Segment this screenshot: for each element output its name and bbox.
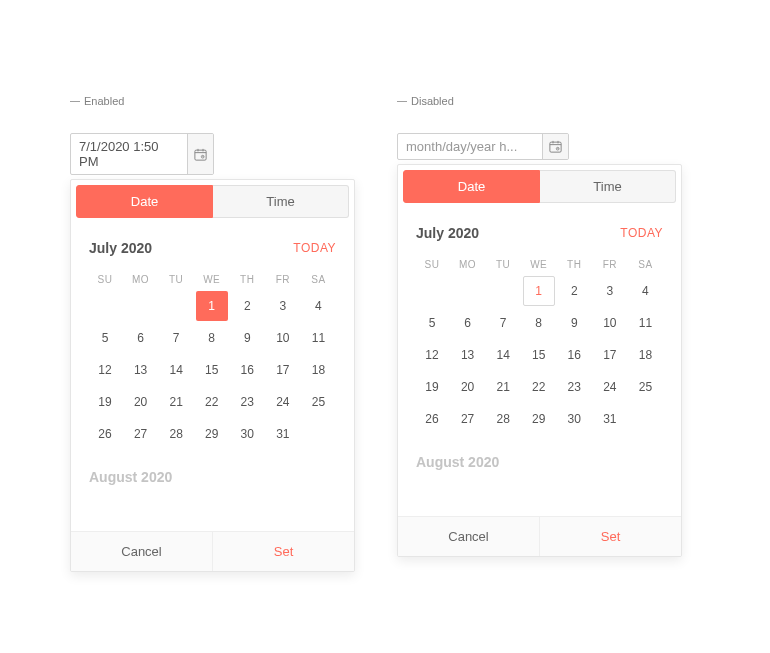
popup-footer: Cancel Set	[398, 516, 681, 556]
day-cell[interactable]: 17	[267, 355, 299, 385]
day-cell[interactable]: 28	[160, 419, 192, 449]
tab-time[interactable]: Time	[540, 170, 676, 203]
day-cell[interactable]: 12	[416, 340, 448, 370]
weekday-label: TU	[487, 255, 519, 274]
day-cell[interactable]: 4	[302, 291, 334, 321]
day-cell[interactable]: 22	[523, 372, 555, 402]
today-link[interactable]: TODAY	[293, 241, 336, 255]
tab-date[interactable]: Date	[403, 170, 540, 203]
cancel-button[interactable]: Cancel	[398, 517, 540, 556]
day-cell[interactable]: 8	[523, 308, 555, 338]
day-cell[interactable]: 11	[629, 308, 661, 338]
month-block: July 2020 TODAY SU MO TU WE TH FR SA 1 2…	[71, 218, 354, 449]
day-cell[interactable]: 23	[558, 372, 590, 402]
day-cell[interactable]: 15	[196, 355, 228, 385]
today-link[interactable]: TODAY	[620, 226, 663, 240]
day-cell[interactable]: 19	[89, 387, 121, 417]
day-cell[interactable]: 16	[231, 355, 263, 385]
weekday-label: SU	[416, 255, 448, 274]
day-cell[interactable]: 18	[629, 340, 661, 370]
day-cell[interactable]: 30	[231, 419, 263, 449]
calendar-icon	[548, 139, 563, 154]
day-cell[interactable]: 17	[594, 340, 626, 370]
day-cell[interactable]: 2	[558, 276, 590, 306]
datepicker-enabled: 7/1/2020 1:50 PM Date Time July 2020 TOD…	[70, 133, 355, 572]
day-cell[interactable]: 13	[452, 340, 484, 370]
day-cell[interactable]: 21	[160, 387, 192, 417]
day-cell[interactable]: 18	[302, 355, 334, 385]
calendar-toggle-button	[542, 134, 568, 159]
day-cell[interactable]: 26	[89, 419, 121, 449]
datetime-input-placeholder: month/day/year h...	[398, 134, 542, 159]
day-cell[interactable]: 6	[125, 323, 157, 353]
day-cell[interactable]: 3	[267, 291, 299, 321]
tab-time[interactable]: Time	[213, 185, 349, 218]
day-cell[interactable]: 16	[558, 340, 590, 370]
day-cell[interactable]: 20	[452, 372, 484, 402]
day-cell[interactable]: 2	[231, 291, 263, 321]
day-cell[interactable]: 3	[594, 276, 626, 306]
day-cell[interactable]: 23	[231, 387, 263, 417]
day-cell[interactable]: 14	[160, 355, 192, 385]
day-cell[interactable]: 31	[594, 404, 626, 434]
days-grid: 1 2 3 4 5 6 7 8 9 10 11 12 13 14 15 16 1…	[416, 276, 663, 434]
day-cell[interactable]: 7	[160, 323, 192, 353]
day-cell[interactable]: 9	[231, 323, 263, 353]
day-cell[interactable]: 29	[196, 419, 228, 449]
weekday-label: SA	[302, 270, 334, 289]
month-title: July 2020	[416, 225, 479, 241]
day-cell[interactable]: 12	[89, 355, 121, 385]
day-cell[interactable]: 14	[487, 340, 519, 370]
day-cell[interactable]: 10	[267, 323, 299, 353]
datetime-input[interactable]: 7/1/2020 1:50 PM	[71, 134, 187, 174]
day-cell[interactable]: 25	[302, 387, 334, 417]
datetime-input-group[interactable]: 7/1/2020 1:50 PM	[70, 133, 214, 175]
weekday-row: SU MO TU WE TH FR SA	[89, 270, 336, 289]
day-cell[interactable]: 30	[558, 404, 590, 434]
day-cell[interactable]: 24	[267, 387, 299, 417]
day-cell[interactable]: 6	[452, 308, 484, 338]
cancel-button[interactable]: Cancel	[71, 532, 213, 571]
set-button[interactable]: Set	[213, 532, 354, 571]
weekday-row: SU MO TU WE TH FR SA	[416, 255, 663, 274]
tab-date[interactable]: Date	[76, 185, 213, 218]
legend-disabled-text: Disabled	[411, 95, 454, 107]
datepicker-disabled: month/day/year h... Date Time July 2020 …	[397, 133, 682, 557]
weekday-label: WE	[196, 270, 228, 289]
day-cell[interactable]: 19	[416, 372, 448, 402]
day-cell[interactable]: 31	[267, 419, 299, 449]
day-cell[interactable]: 21	[487, 372, 519, 402]
day-cell[interactable]: 8	[196, 323, 228, 353]
legend-disabled: Disabled	[397, 95, 454, 107]
day-cell[interactable]: 11	[302, 323, 334, 353]
datepicker-popup: Date Time July 2020 TODAY SU MO TU WE TH…	[397, 164, 682, 557]
legend-dash	[397, 101, 407, 102]
weekday-label: TH	[558, 255, 590, 274]
day-cell[interactable]: 10	[594, 308, 626, 338]
day-cell[interactable]: 7	[487, 308, 519, 338]
day-cell[interactable]: 15	[523, 340, 555, 370]
month-header: July 2020 TODAY	[89, 228, 336, 264]
day-cell[interactable]: 27	[125, 419, 157, 449]
days-grid: 1 2 3 4 5 6 7 8 9 10 11 12 13 14 15 16 1…	[89, 291, 336, 449]
day-cell[interactable]: 27	[452, 404, 484, 434]
day-cell-selected[interactable]: 1	[196, 291, 228, 321]
day-cell[interactable]: 24	[594, 372, 626, 402]
day-cell[interactable]: 13	[125, 355, 157, 385]
set-button[interactable]: Set	[540, 517, 681, 556]
weekday-label: FR	[267, 270, 299, 289]
calendar-toggle-button[interactable]	[187, 134, 213, 174]
day-cell[interactable]: 22	[196, 387, 228, 417]
day-cell[interactable]: 20	[125, 387, 157, 417]
day-cell[interactable]: 26	[416, 404, 448, 434]
day-cell[interactable]: 25	[629, 372, 661, 402]
day-cell[interactable]: 28	[487, 404, 519, 434]
day-cell[interactable]: 5	[416, 308, 448, 338]
weekday-label: MO	[452, 255, 484, 274]
day-cell[interactable]: 4	[629, 276, 661, 306]
day-cell-selected[interactable]: 1	[523, 276, 555, 306]
month-header: July 2020 TODAY	[416, 213, 663, 249]
day-cell[interactable]: 5	[89, 323, 121, 353]
day-cell[interactable]: 9	[558, 308, 590, 338]
day-cell[interactable]: 29	[523, 404, 555, 434]
